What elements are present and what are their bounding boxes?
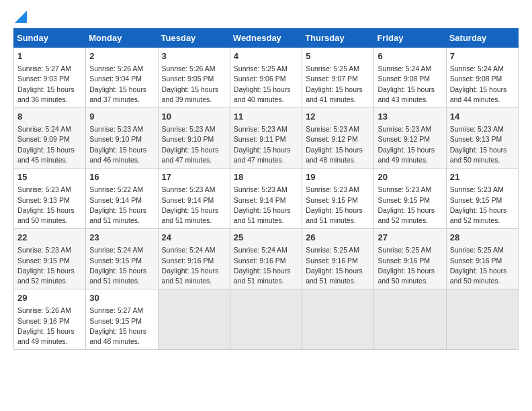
day-number: 26 (306, 232, 370, 244)
day-cell: 26Sunrise: 5:25 AM Sunset: 9:16 PM Dayli… (302, 229, 374, 289)
day-cell: 9Sunrise: 5:23 AM Sunset: 9:10 PM Daylig… (86, 108, 158, 169)
day-cell: 6Sunrise: 5:24 AM Sunset: 9:08 PM Daylig… (374, 48, 446, 108)
header-friday: Friday (374, 29, 446, 48)
day-number: 15 (17, 171, 82, 183)
day-number: 5 (306, 50, 370, 62)
day-cell: 22Sunrise: 5:23 AM Sunset: 9:15 PM Dayli… (14, 229, 86, 289)
day-info: Sunrise: 5:25 AM Sunset: 9:16 PM Dayligh… (450, 245, 515, 286)
day-cell: 21Sunrise: 5:23 AM Sunset: 9:15 PM Dayli… (446, 169, 518, 229)
day-cell (302, 289, 374, 350)
day-number: 27 (378, 232, 442, 244)
day-info: Sunrise: 5:23 AM Sunset: 9:14 PM Dayligh… (162, 185, 226, 226)
day-info: Sunrise: 5:23 AM Sunset: 9:13 PM Dayligh… (450, 124, 515, 165)
page-header (13, 13, 519, 23)
day-info: Sunrise: 5:23 AM Sunset: 9:10 PM Dayligh… (89, 124, 154, 165)
day-cell: 4Sunrise: 5:25 AM Sunset: 9:06 PM Daylig… (230, 48, 302, 108)
day-info: Sunrise: 5:23 AM Sunset: 9:10 PM Dayligh… (162, 124, 226, 165)
day-cell (374, 289, 446, 350)
day-number: 3 (162, 50, 226, 62)
week-row-5: 29Sunrise: 5:26 AM Sunset: 9:16 PM Dayli… (14, 289, 519, 350)
day-number: 18 (234, 171, 298, 183)
day-cell: 3Sunrise: 5:26 AM Sunset: 9:05 PM Daylig… (158, 48, 230, 108)
day-number: 28 (450, 232, 515, 244)
day-info: Sunrise: 5:23 AM Sunset: 9:12 PM Dayligh… (306, 124, 370, 165)
day-info: Sunrise: 5:26 AM Sunset: 9:05 PM Dayligh… (162, 64, 226, 105)
header-tuesday: Tuesday (158, 29, 230, 48)
day-info: Sunrise: 5:23 AM Sunset: 9:14 PM Dayligh… (234, 185, 298, 226)
header-monday: Monday (86, 29, 158, 48)
day-cell: 8Sunrise: 5:24 AM Sunset: 9:09 PM Daylig… (14, 108, 86, 169)
day-info: Sunrise: 5:23 AM Sunset: 9:15 PM Dayligh… (378, 185, 442, 226)
day-cell (446, 289, 518, 350)
day-info: Sunrise: 5:24 AM Sunset: 9:16 PM Dayligh… (234, 245, 298, 286)
day-number: 2 (89, 50, 154, 62)
logo-triangle-icon (15, 11, 27, 23)
day-cell: 12Sunrise: 5:23 AM Sunset: 9:12 PM Dayli… (302, 108, 374, 169)
day-number: 30 (89, 292, 154, 304)
day-info: Sunrise: 5:24 AM Sunset: 9:08 PM Dayligh… (450, 64, 515, 105)
day-info: Sunrise: 5:23 AM Sunset: 9:15 PM Dayligh… (306, 185, 370, 226)
day-number: 25 (234, 232, 298, 244)
day-number: 20 (378, 171, 442, 183)
day-info: Sunrise: 5:24 AM Sunset: 9:16 PM Dayligh… (162, 245, 226, 286)
day-info: Sunrise: 5:23 AM Sunset: 9:12 PM Dayligh… (378, 124, 442, 165)
day-cell: 5Sunrise: 5:25 AM Sunset: 9:07 PM Daylig… (302, 48, 374, 108)
day-info: Sunrise: 5:24 AM Sunset: 9:08 PM Dayligh… (378, 64, 442, 105)
day-info: Sunrise: 5:25 AM Sunset: 9:16 PM Dayligh… (306, 245, 370, 286)
day-cell: 17Sunrise: 5:23 AM Sunset: 9:14 PM Dayli… (158, 169, 230, 229)
day-number: 12 (306, 111, 370, 123)
day-info: Sunrise: 5:26 AM Sunset: 9:16 PM Dayligh… (17, 306, 82, 347)
calendar-header: SundayMondayTuesdayWednesdayThursdayFrid… (14, 29, 519, 48)
day-info: Sunrise: 5:25 AM Sunset: 9:06 PM Dayligh… (234, 64, 298, 105)
day-number: 4 (234, 50, 298, 62)
day-cell: 16Sunrise: 5:22 AM Sunset: 9:14 PM Dayli… (86, 169, 158, 229)
calendar-table: SundayMondayTuesdayWednesdayThursdayFrid… (13, 28, 519, 350)
day-cell: 30Sunrise: 5:27 AM Sunset: 9:15 PM Dayli… (86, 289, 158, 350)
day-cell: 18Sunrise: 5:23 AM Sunset: 9:14 PM Dayli… (230, 169, 302, 229)
header-sunday: Sunday (14, 29, 86, 48)
day-cell: 24Sunrise: 5:24 AM Sunset: 9:16 PM Dayli… (158, 229, 230, 289)
day-number: 29 (17, 292, 82, 304)
day-info: Sunrise: 5:25 AM Sunset: 9:07 PM Dayligh… (306, 64, 370, 105)
day-cell: 28Sunrise: 5:25 AM Sunset: 9:16 PM Dayli… (446, 229, 518, 289)
calendar-body: 1Sunrise: 5:27 AM Sunset: 9:03 PM Daylig… (14, 48, 519, 350)
day-info: Sunrise: 5:24 AM Sunset: 9:15 PM Dayligh… (89, 245, 154, 286)
day-info: Sunrise: 5:27 AM Sunset: 9:03 PM Dayligh… (17, 64, 82, 105)
day-cell: 15Sunrise: 5:23 AM Sunset: 9:13 PM Dayli… (14, 169, 86, 229)
week-row-3: 15Sunrise: 5:23 AM Sunset: 9:13 PM Dayli… (14, 169, 519, 229)
day-info: Sunrise: 5:22 AM Sunset: 9:14 PM Dayligh… (89, 185, 154, 226)
day-cell: 7Sunrise: 5:24 AM Sunset: 9:08 PM Daylig… (446, 48, 518, 108)
day-number: 24 (162, 232, 226, 244)
day-info: Sunrise: 5:24 AM Sunset: 9:09 PM Dayligh… (17, 124, 82, 165)
week-row-4: 22Sunrise: 5:23 AM Sunset: 9:15 PM Dayli… (14, 229, 519, 289)
day-number: 23 (89, 232, 154, 244)
day-cell (230, 289, 302, 350)
day-number: 19 (306, 171, 370, 183)
day-number: 1 (17, 50, 82, 62)
day-info: Sunrise: 5:23 AM Sunset: 9:15 PM Dayligh… (17, 245, 82, 286)
day-cell: 29Sunrise: 5:26 AM Sunset: 9:16 PM Dayli… (14, 289, 86, 350)
day-number: 22 (17, 232, 82, 244)
day-info: Sunrise: 5:23 AM Sunset: 9:15 PM Dayligh… (450, 185, 515, 226)
day-cell: 19Sunrise: 5:23 AM Sunset: 9:15 PM Dayli… (302, 169, 374, 229)
logo (13, 13, 27, 23)
day-info: Sunrise: 5:26 AM Sunset: 9:04 PM Dayligh… (89, 64, 154, 105)
day-number: 17 (162, 171, 226, 183)
day-number: 6 (378, 50, 442, 62)
week-row-1: 1Sunrise: 5:27 AM Sunset: 9:03 PM Daylig… (14, 48, 519, 108)
day-cell: 20Sunrise: 5:23 AM Sunset: 9:15 PM Dayli… (374, 169, 446, 229)
svg-marker-0 (15, 11, 27, 23)
header-row: SundayMondayTuesdayWednesdayThursdayFrid… (14, 29, 519, 48)
header-saturday: Saturday (446, 29, 518, 48)
day-cell: 13Sunrise: 5:23 AM Sunset: 9:12 PM Dayli… (374, 108, 446, 169)
day-number: 11 (234, 111, 298, 123)
day-number: 13 (378, 111, 442, 123)
day-info: Sunrise: 5:27 AM Sunset: 9:15 PM Dayligh… (89, 306, 154, 347)
day-cell: 25Sunrise: 5:24 AM Sunset: 9:16 PM Dayli… (230, 229, 302, 289)
day-number: 21 (450, 171, 515, 183)
day-cell: 23Sunrise: 5:24 AM Sunset: 9:15 PM Dayli… (86, 229, 158, 289)
day-cell: 27Sunrise: 5:25 AM Sunset: 9:16 PM Dayli… (374, 229, 446, 289)
day-number: 8 (17, 111, 82, 123)
header-thursday: Thursday (302, 29, 374, 48)
day-cell: 1Sunrise: 5:27 AM Sunset: 9:03 PM Daylig… (14, 48, 86, 108)
